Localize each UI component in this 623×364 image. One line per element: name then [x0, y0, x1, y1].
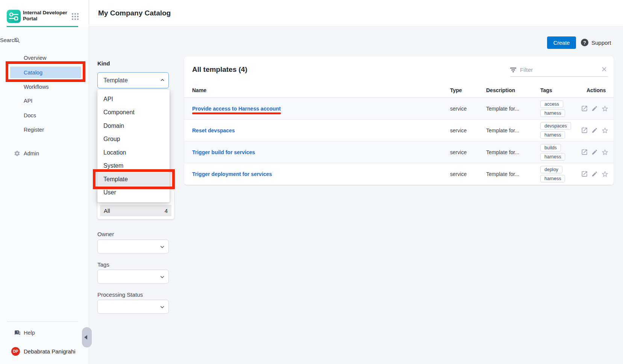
- column-header-description: Description: [486, 87, 515, 93]
- open-in-new-icon[interactable]: [581, 105, 588, 112]
- templates-card: All templates (4) Name Type Description …: [184, 56, 614, 185]
- tag-chip[interactable]: harness: [540, 131, 565, 139]
- table-row: Provide access to Harness account servic…: [184, 98, 614, 120]
- star-icon[interactable]: [601, 170, 609, 178]
- help-chat-icon: ?: [14, 329, 20, 336]
- table-header-row: Name Type Description Tags Actions: [184, 85, 614, 98]
- kind-all-row[interactable]: All 4: [100, 205, 171, 216]
- svg-text:?: ?: [17, 331, 18, 333]
- sidebar-item-api[interactable]: API: [0, 95, 84, 106]
- kind-option-api[interactable]: API: [97, 93, 170, 106]
- template-name-link[interactable]: Reset devspaces: [192, 127, 235, 133]
- tags-select[interactable]: [97, 270, 169, 284]
- kind-option-template[interactable]: Template: [97, 173, 170, 186]
- kind-select[interactable]: Template: [97, 72, 169, 88]
- user-avatar[interactable]: DP: [11, 347, 20, 356]
- page-header: My Company Catalog: [89, 0, 623, 27]
- page-title: My Company Catalog: [98, 9, 171, 17]
- table-row: Trigger build for services service Templ…: [184, 141, 614, 163]
- open-in-new-icon[interactable]: [581, 149, 588, 156]
- sidebar-search[interactable]: Search: [0, 35, 84, 46]
- app-logo-icon[interactable]: [7, 10, 21, 23]
- user-name[interactable]: Debabrata Panigrahi: [24, 348, 76, 355]
- chevron-down-icon: [160, 305, 165, 309]
- sidebar-item-label: Docs: [24, 112, 36, 118]
- apps-grid-icon[interactable]: [71, 13, 79, 20]
- sidebar-item-label: Workflows: [24, 84, 49, 90]
- kind-option-system[interactable]: System: [97, 159, 170, 173]
- clear-filter-icon[interactable]: [601, 66, 607, 74]
- processing-status-label: Processing Status: [97, 291, 143, 298]
- tag-chip[interactable]: devspaces: [540, 122, 571, 130]
- sidebar-item-help[interactable]: ? Help: [0, 327, 84, 338]
- tags-cell: access harness: [540, 100, 565, 117]
- description-cell: Template for...: [486, 127, 519, 133]
- tag-chip[interactable]: harness: [540, 175, 565, 182]
- templates-title: All templates (4): [192, 65, 247, 74]
- edit-pencil-icon[interactable]: [591, 149, 598, 155]
- sidebar-item-label: Catalog: [24, 70, 42, 76]
- tags-cell: builds harness: [540, 144, 565, 161]
- sidebar-divider: [7, 322, 78, 322]
- actions-cell: [581, 127, 609, 134]
- template-name-link[interactable]: Trigger deployment for services: [192, 171, 272, 177]
- star-icon[interactable]: [601, 105, 609, 112]
- tags-cell: deploy harness: [540, 166, 565, 182]
- column-header-type: Type: [450, 87, 462, 93]
- kind-option-domain[interactable]: Domain: [97, 119, 170, 133]
- tag-chip[interactable]: harness: [540, 109, 565, 117]
- tag-chip[interactable]: access: [540, 100, 563, 108]
- edit-pencil-icon[interactable]: [591, 171, 598, 177]
- tags-cell: devspaces harness: [540, 122, 571, 139]
- sidebar-item-catalog[interactable]: Catalog: [10, 67, 81, 78]
- sidebar-item-docs[interactable]: Docs: [0, 109, 84, 121]
- filter-icon: [510, 67, 516, 73]
- search-icon: [14, 37, 20, 44]
- sidebar: Internal Developer Portal Search Overvie…: [0, 0, 89, 364]
- star-icon[interactable]: [601, 127, 609, 134]
- edit-pencil-icon[interactable]: [591, 105, 598, 112]
- type-cell: service: [450, 171, 467, 177]
- type-cell: service: [450, 127, 467, 133]
- edit-pencil-icon[interactable]: [591, 127, 598, 133]
- table-body: Provide access to Harness account servic…: [184, 98, 614, 185]
- chevron-down-icon: [160, 275, 165, 279]
- sidebar-item-label: Register: [24, 127, 44, 133]
- sidebar-collapse-handle[interactable]: [82, 327, 92, 347]
- sidebar-item-admin[interactable]: Admin: [0, 147, 84, 159]
- tag-chip[interactable]: harness: [540, 153, 565, 161]
- owner-select[interactable]: [97, 240, 169, 253]
- sidebar-item-register[interactable]: Register: [0, 124, 84, 135]
- table-row: Reset devspaces service Template for... …: [184, 120, 614, 141]
- kind-option-location[interactable]: Location: [97, 146, 170, 159]
- kind-option-user[interactable]: User: [97, 186, 170, 200]
- star-icon[interactable]: [601, 149, 609, 156]
- template-name-link[interactable]: Trigger build for services: [192, 149, 255, 155]
- tag-chip[interactable]: builds: [540, 144, 561, 152]
- type-cell: service: [450, 149, 467, 155]
- open-in-new-icon[interactable]: [581, 170, 588, 177]
- table-filter: [510, 63, 608, 77]
- column-header-tags: Tags: [540, 87, 552, 93]
- description-cell: Template for...: [486, 149, 519, 155]
- sidebar-item-label: API: [24, 98, 32, 104]
- kind-options-popup: API Component Domain Group Location Syst…: [97, 89, 170, 202]
- description-cell: Template for...: [486, 171, 519, 177]
- template-name-link[interactable]: Provide access to Harness account: [192, 106, 281, 112]
- support-button[interactable]: ? Support: [581, 39, 611, 46]
- create-button[interactable]: Create: [547, 36, 576, 49]
- type-cell: service: [450, 106, 467, 112]
- sidebar-item-overview[interactable]: Overview: [0, 52, 84, 64]
- open-in-new-icon[interactable]: [581, 127, 588, 134]
- table-filter-input[interactable]: [520, 67, 601, 73]
- column-header-name: Name: [192, 87, 206, 93]
- column-header-actions: Actions: [587, 87, 606, 93]
- kind-option-component[interactable]: Component: [97, 106, 170, 120]
- tag-chip[interactable]: deploy: [540, 166, 562, 173]
- processing-status-select[interactable]: [97, 300, 169, 314]
- tags-filter-label: Tags: [97, 261, 109, 268]
- kind-label: Kind: [97, 60, 110, 67]
- kind-option-group[interactable]: Group: [97, 133, 170, 146]
- sidebar-item-workflows[interactable]: Workflows: [0, 81, 84, 93]
- description-cell: Template for...: [486, 106, 519, 112]
